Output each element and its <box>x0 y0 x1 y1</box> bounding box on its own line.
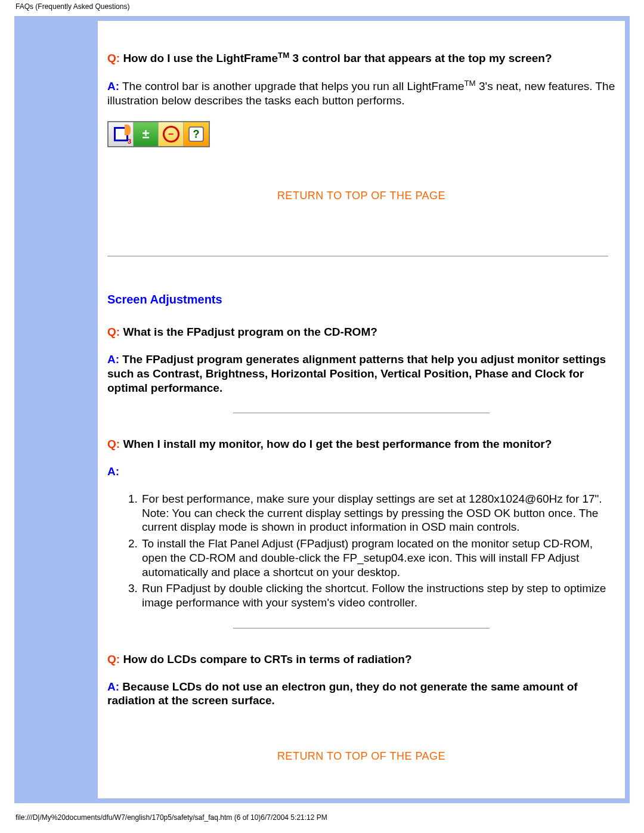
short-divider <box>233 413 490 413</box>
toolbar-adjust-icon[interactable]: ± <box>134 122 159 146</box>
divider <box>107 256 608 256</box>
footer-file-path: file:///D|/My%20documents/dfu/W7/english… <box>16 813 327 822</box>
content-area: Q: How do I use the LightFrameTM 3 contr… <box>98 21 625 798</box>
page-header-path: FAQs (Frequently Asked Questions) <box>0 0 644 16</box>
q1-a-sup: TM <box>465 79 476 88</box>
faq-q4-question: Q: How do LCDs compare to CRTs in terms … <box>107 652 615 667</box>
section-heading-screen-adjustments: Screen Adjustments <box>107 292 615 307</box>
q4-a-text: Because LCDs do not use an electron gun,… <box>107 680 578 707</box>
step-1: For best performance, make sure your dis… <box>141 492 615 534</box>
faq-q1-question: Q: How do I use the LightFrameTM 3 contr… <box>107 51 615 66</box>
faq-q3-steps: For best performance, make sure your dis… <box>107 492 615 610</box>
faq-q1-answer: A: The control bar is another upgrade th… <box>107 79 615 108</box>
q2-text: What is the FPadjust program on the CD-R… <box>120 326 377 338</box>
a-label: A: <box>107 680 119 693</box>
q1-text-b: 3 control bar that appears at the top my… <box>289 52 552 64</box>
return-to-top-link[interactable]: RETURN TO TOP OF THE PAGE <box>107 750 615 763</box>
toolbar-window-icon[interactable]: 3 <box>109 122 134 146</box>
a-label: A: <box>107 353 119 366</box>
toolbar-help-icon[interactable]: ? <box>184 122 209 146</box>
step-2: To install the Flat Panel Adjust (FPadju… <box>141 537 615 579</box>
q-label: Q: <box>107 52 120 64</box>
q1-text-a: How do I use the LightFrame <box>120 52 278 64</box>
return-to-top-link[interactable]: RETURN TO TOP OF THE PAGE <box>107 189 615 203</box>
faq-q3-answer-label: A: <box>107 465 615 479</box>
short-divider <box>233 628 490 628</box>
q1-a-text-a: The control bar is another upgrade that … <box>119 80 464 92</box>
q-label: Q: <box>107 438 120 450</box>
step-3: Run FPadjust by double clicking the shor… <box>141 581 615 610</box>
lightframe-toolbar: 3 ± − ? <box>107 121 210 147</box>
outer-frame: Q: How do I use the LightFrameTM 3 contr… <box>14 16 630 803</box>
toolbar-minus-icon[interactable]: − <box>159 122 184 146</box>
faq-q2-question: Q: What is the FPadjust program on the C… <box>107 325 615 339</box>
q-label: Q: <box>107 326 120 338</box>
faq-q3-question: Q: When I install my monitor, how do I g… <box>107 437 615 451</box>
faq-q4-answer: A: Because LCDs do not use an electron g… <box>107 680 615 708</box>
a-label: A: <box>107 80 119 92</box>
a-label: A: <box>107 465 119 478</box>
q3-text: When I install my monitor, how do I get … <box>120 438 552 450</box>
q-label: Q: <box>107 653 120 665</box>
q4-text: How do LCDs compare to CRTs in terms of … <box>120 653 411 665</box>
page: FAQs (Frequently Asked Questions) Q: How… <box>0 0 644 833</box>
q1-sup: TM <box>278 51 289 60</box>
q2-a-text: The FPadjust program generates alignment… <box>107 353 606 394</box>
faq-q2-answer: A: The FPadjust program generates alignm… <box>107 352 615 395</box>
